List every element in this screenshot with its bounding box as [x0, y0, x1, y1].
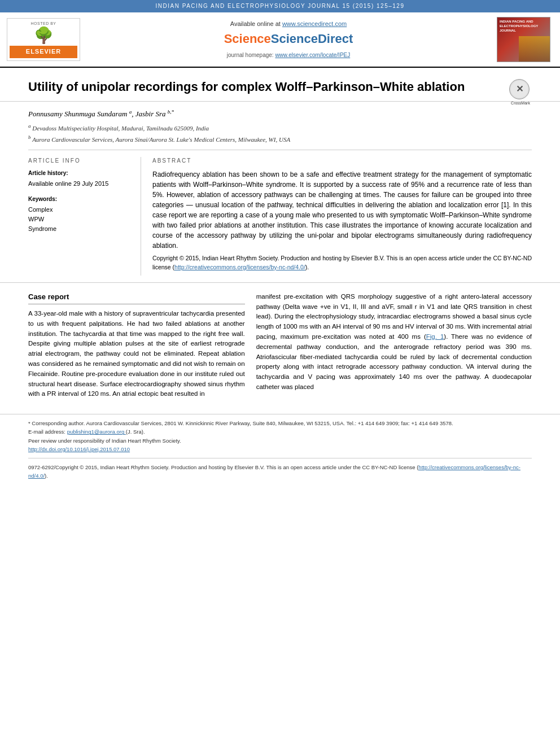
elsevier-tree-icon: 🌳	[10, 28, 77, 43]
elsevier-logo: ELSEVIER	[10, 46, 77, 58]
footer-divider	[28, 458, 532, 458]
corresponding-author-label: * Corresponding author.	[28, 420, 85, 426]
fig1-link[interactable]: Fig. 1	[426, 333, 444, 340]
cc-license-link[interactable]: http://creativecommons.org/licenses/by-n…	[174, 264, 305, 270]
journal-cover-area: INDIAN PACING ANDELECTROPHYSIOLOGYJOURNA…	[497, 17, 553, 62]
sciencedirect-url[interactable]: www.sciencedirect.com	[282, 20, 347, 27]
corresponding-author-text: Aurora Cardiovascular Services, 2801 W. …	[86, 420, 453, 426]
main-content: Case report A 33-year-old male with a hi…	[0, 283, 560, 409]
abstract-copyright: Copyright © 2015, Indian Heart Rhythm So…	[152, 254, 532, 272]
authors-line: Ponnusamy Shunmuga Sundaram a, Jasbir Sr…	[28, 108, 532, 120]
doi-link[interactable]: http://dx.doi.org/10.1016/j.ipej.2015.07…	[28, 446, 130, 452]
journal-homepage-line: journal homepage: www.elsevier.com/locat…	[96, 51, 481, 59]
elsevier-box: HOSTED BY 🌳 ELSEVIER	[7, 18, 80, 60]
peer-review-line: Peer review under responsibility of Indi…	[28, 436, 532, 445]
journal-top-bar: INDIAN PACING AND ELECTROPHYSIOLOGY JOUR…	[0, 0, 560, 12]
left-content-column: Case report A 33-year-old male with a hi…	[28, 292, 245, 400]
affiliation-a: a Devadoss Multispeciality Hospital, Mad…	[28, 123, 532, 133]
journal-header: HOSTED BY 🌳 ELSEVIER Available online at…	[0, 12, 560, 68]
abstract-body: Radiofrequency ablation has been shown t…	[152, 169, 532, 272]
case-report-left-text: A 33-year-old male with a history of sup…	[28, 309, 245, 399]
keyword-syndrome: Syndrome	[28, 225, 132, 233]
right-content-column: manifest pre-excitation with QRS morphol…	[256, 292, 532, 400]
email-suffix: (J. Sra).	[126, 429, 145, 435]
journal-homepage-link[interactable]: www.elsevier.com/locate/IPEJ	[275, 52, 350, 58]
cover-title-text: INDIAN PACING ANDELECTROPHYSIOLOGYJOURNA…	[500, 20, 538, 33]
journal-title-bar: INDIAN PACING AND ELECTROPHYSIOLOGY JOUR…	[156, 3, 405, 9]
sciencedirect-info: Available online at www.sciencedirect.co…	[85, 20, 492, 59]
footer-section: * Corresponding author. Aurora Cardiovas…	[0, 414, 560, 486]
case-report-right-text: manifest pre-excitation with QRS morphol…	[256, 292, 532, 392]
article-info-title: ARTICLE INFO	[28, 157, 132, 165]
case-report-heading: Case report	[28, 292, 245, 304]
crossmark-label: CrossMark	[509, 101, 532, 106]
article-title-section: Utility of unipolar recordings for compl…	[0, 68, 560, 102]
abstract-paragraph: Radiofrequency ablation has been shown t…	[152, 169, 532, 251]
crossmark-circle: ✕	[509, 79, 530, 99]
crossmark-badge[interactable]: ✕ CrossMark	[509, 79, 532, 102]
abstract-title: ABSTRACT	[152, 157, 532, 165]
article-info-abstract: ARTICLE INFO Article history: Available …	[0, 150, 560, 283]
hosted-by-label: HOSTED BY	[10, 21, 77, 27]
keywords-label: Keywords:	[28, 195, 132, 203]
email-line: E-mail address: publishing1@aurora.org (…	[28, 427, 532, 436]
sciencedirect-brand: ScienceScienceDirect	[96, 30, 481, 48]
footer-copyright-line: 0972-6292/Copyright © 2015, Indian Heart…	[28, 463, 532, 480]
article-history-label: Article history:	[28, 169, 132, 177]
available-online-date: Available online 29 July 2015	[28, 180, 132, 188]
article-info-column: ARTICLE INFO Article history: Available …	[28, 157, 141, 276]
keyword-complex: Complex	[28, 206, 132, 214]
journal-cover-image: INDIAN PACING ANDELECTROPHYSIOLOGYJOURNA…	[497, 17, 550, 62]
keyword-wpw: WPW	[28, 215, 132, 224]
corresponding-author-line: * Corresponding author. Aurora Cardiovas…	[28, 419, 532, 427]
email-link[interactable]: publishing1@aurora.org	[67, 429, 126, 435]
authors-section: Ponnusamy Shunmuga Sundaram a, Jasbir Sr…	[0, 102, 560, 150]
publisher-logo-area: HOSTED BY 🌳 ELSEVIER	[7, 18, 80, 60]
email-label: E-mail address:	[28, 429, 65, 435]
article-main-title: Utility of unipolar recordings for compl…	[28, 79, 469, 95]
doi-line: http://dx.doi.org/10.1016/j.ipej.2015.07…	[28, 445, 532, 453]
affiliation-b: b Aurora Cardiovascular Services, Aurora…	[28, 134, 532, 144]
abstract-column: ABSTRACT Radiofrequency ablation has bee…	[152, 157, 532, 276]
available-online-text: Available online at www.sciencedirect.co…	[96, 20, 481, 28]
affiliations: a Devadoss Multispeciality Hospital, Mad…	[28, 123, 532, 144]
cover-decorative-image	[519, 36, 550, 62]
